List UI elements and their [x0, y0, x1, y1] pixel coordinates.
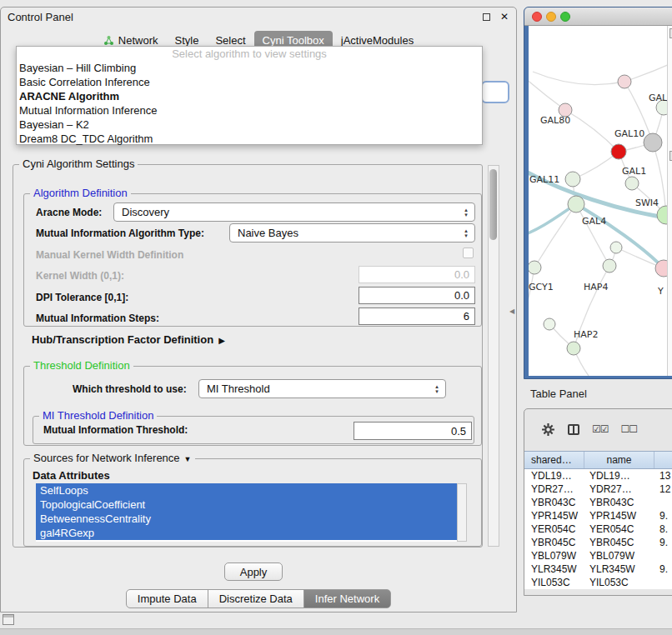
cyni-settings-group: Cyni Algorithm Settings Algorithm Defini…	[13, 164, 483, 548]
table-row[interactable]: YLR345WYLR345W9.	[524, 562, 672, 576]
group-title: Threshold Definition	[30, 359, 133, 372]
tab-impute-data[interactable]: Impute Data	[126, 589, 208, 608]
node-label: GAL4	[582, 216, 606, 227]
threshold-definition-group: Threshold Definition Which threshold to …	[23, 366, 482, 446]
cell: YBR045C	[524, 536, 584, 549]
close-traffic-light[interactable]	[532, 12, 542, 22]
dropdown-option[interactable]: Mutual Information Inference	[17, 103, 482, 118]
cell: YDR27…	[584, 482, 654, 496]
cell: 8.	[654, 522, 672, 536]
table-row[interactable]: YER054CYER054C8.	[524, 522, 672, 536]
network-node-gal11[interactable]	[565, 172, 580, 187]
table-row[interactable]: YIL053CYIL053C	[524, 576, 672, 589]
table-header-row: shared… name	[524, 451, 672, 469]
which-threshold-combobox[interactable]: MI Threshold ▴▾	[198, 379, 446, 398]
column-header-name[interactable]: name	[584, 452, 654, 468]
attributes-list-scrollbar[interactable]	[457, 483, 467, 542]
table-row[interactable]: YBR045CYBR045C9.	[524, 536, 672, 549]
aracne-mode-combobox[interactable]: Discovery ▴▾	[113, 202, 475, 222]
node-label: GAL1	[622, 166, 646, 177]
cell: YBL079W	[584, 549, 654, 562]
attribute-item-selected[interactable]: TopologicalCoefficient	[36, 498, 457, 512]
scrollbar-thumb[interactable]	[489, 169, 497, 240]
which-threshold-label: Which threshold to use:	[73, 383, 187, 395]
network-node-gal4[interactable]	[568, 196, 584, 212]
cell	[654, 549, 672, 562]
algorithm-combobox-fragment[interactable]	[481, 81, 509, 103]
columns-icon[interactable]	[568, 424, 579, 435]
hub-tf-section-toggle[interactable]: Hub/Transcription Factor Definition▶	[32, 333, 225, 346]
network-scrollbar[interactable]	[667, 26, 672, 376]
dpi-tolerance-field[interactable]: 0.0	[359, 287, 475, 304]
network-node-gal10[interactable]	[644, 133, 662, 152]
float-window-icon[interactable]	[483, 13, 490, 21]
gear-icon[interactable]	[541, 422, 555, 437]
attribute-item-selected[interactable]: SelfLoops	[36, 483, 457, 498]
close-icon[interactable]: ✕	[500, 11, 509, 22]
network-node-red[interactable]	[611, 144, 626, 159]
table-row[interactable]: YBR043CYBR043C	[524, 496, 672, 509]
deselect-all-checkboxes-icon[interactable]: ☐☐	[621, 423, 638, 435]
column-header-shared-name[interactable]: shared…	[524, 452, 584, 468]
sources-title: Sources for Network Inference	[33, 452, 180, 464]
mi-threshold-field[interactable]: 0.5	[354, 422, 472, 440]
cell: 9.	[654, 536, 672, 549]
dropdown-option[interactable]: Dream8 DC_TDC Algorithm	[17, 132, 482, 146]
network-node[interactable]	[544, 318, 555, 330]
zoom-traffic-light[interactable]	[560, 12, 570, 22]
cell: YBR045C	[584, 536, 654, 549]
dropdown-option[interactable]: Bayesian – Hill Climbing	[17, 61, 482, 75]
table-row[interactable]: YPR145WYPR145W9.	[524, 509, 672, 522]
minimized-panel-icon[interactable]	[3, 614, 14, 625]
mi-steps-field[interactable]: 6	[359, 308, 475, 325]
network-icon	[103, 35, 114, 46]
mi-type-combobox[interactable]: Naive Bayes ▴▾	[229, 223, 475, 242]
cell: YLR345W	[524, 562, 584, 576]
status-strip	[0, 628, 672, 635]
manual-kernel-checkbox[interactable]	[463, 248, 474, 258]
network-node[interactable]	[618, 75, 631, 88]
tab-infer-network[interactable]: Infer Network	[303, 589, 391, 608]
table-toolbar: ☑☑ ☐☐	[524, 412, 672, 446]
attribute-item-selected[interactable]: BetweennessCentrality	[36, 512, 457, 526]
network-canvas[interactable]: GAL GAL80 GAL10 GAL11 GAL1 GAL4 SWI4 GCY…	[529, 26, 672, 376]
cell: YIL053C	[584, 576, 654, 589]
cell: YDR27…	[524, 482, 584, 496]
tab-discretize-data[interactable]: Discretize Data	[208, 589, 304, 608]
node-label: GAL	[649, 92, 668, 103]
network-window-titlebar	[524, 8, 672, 26]
table-row[interactable]: YDL19…YDL19…13	[524, 469, 672, 482]
manual-kernel-label: Manual Kernel Width Definition	[36, 249, 183, 261]
cell: YPR145W	[584, 509, 654, 522]
panel-collapse-arrow-icon[interactable]: ◀	[509, 308, 514, 315]
kernel-width-field: 0.0	[359, 266, 475, 283]
column-header-extra[interactable]	[654, 452, 672, 468]
dropdown-option-selected[interactable]: ARACNE Algorithm	[17, 89, 482, 103]
table-row[interactable]: YBL079WYBL079W	[524, 549, 672, 562]
sources-section-toggle[interactable]: Sources for Network Inference▼	[30, 452, 195, 464]
node-label: HAP2	[574, 329, 598, 340]
attribute-item-selected[interactable]: gal4RGexp	[36, 526, 457, 540]
field-value: 0.0	[454, 268, 469, 281]
network-node[interactable]	[610, 242, 622, 253]
network-node-gal1[interactable]	[625, 177, 639, 190]
cell: YDL19…	[584, 469, 654, 482]
algorithm-dropdown-popup: Select algorithm to view settings Bayesi…	[16, 46, 483, 145]
mi-threshold-group: MI Threshold Definition Mutual Informati…	[33, 416, 474, 444]
table-row[interactable]: YDR27…YDR27…12	[524, 482, 672, 496]
tab-label: Network	[118, 34, 158, 47]
window-title: Control Panel	[8, 11, 73, 23]
cell: YPR145W	[524, 509, 584, 522]
network-node-gcy1[interactable]	[529, 261, 541, 274]
network-node-hap2[interactable]	[567, 342, 580, 355]
dropdown-option[interactable]: Basic Correlation Inference	[17, 75, 482, 89]
minimize-traffic-light[interactable]	[546, 12, 556, 22]
node-label: GAL10	[614, 128, 644, 139]
aracne-mode-label: Aracne Mode:	[36, 207, 102, 218]
apply-button[interactable]: Apply	[224, 562, 283, 581]
dropdown-option[interactable]: Bayesian – K2	[17, 118, 482, 132]
network-node-hap4[interactable]	[603, 259, 616, 272]
mi-steps-label: Mutual Information Steps:	[36, 312, 159, 324]
select-all-checkboxes-icon[interactable]: ☑☑	[592, 423, 609, 435]
settings-scrollbar[interactable]	[488, 165, 499, 547]
